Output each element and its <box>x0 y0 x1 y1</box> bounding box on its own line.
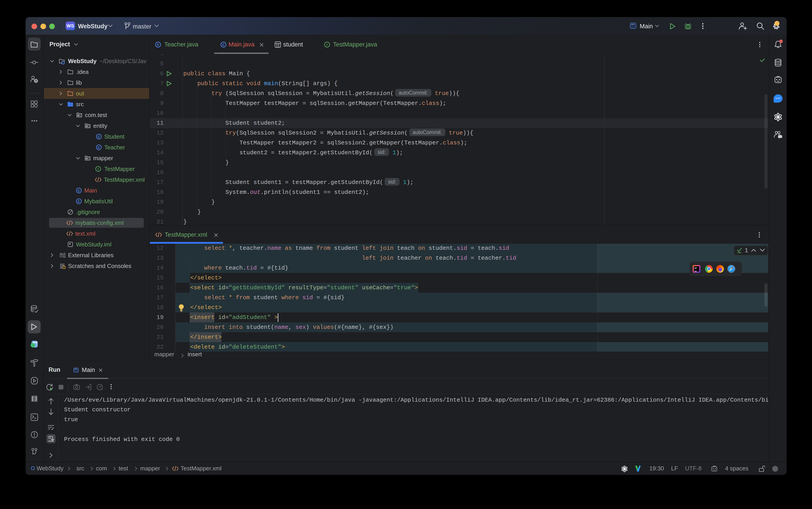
svg-text:C: C <box>78 200 80 203</box>
svg-text:C: C <box>98 135 100 139</box>
svg-text:C: C <box>222 43 225 46</box>
svg-text:C: C <box>78 189 80 193</box>
svg-text:C: C <box>98 145 100 149</box>
svg-text:?: ? <box>35 79 37 83</box>
svg-text:I: I <box>327 43 327 46</box>
svg-text:I: I <box>98 167 99 171</box>
svg-text:C: C <box>157 43 159 46</box>
